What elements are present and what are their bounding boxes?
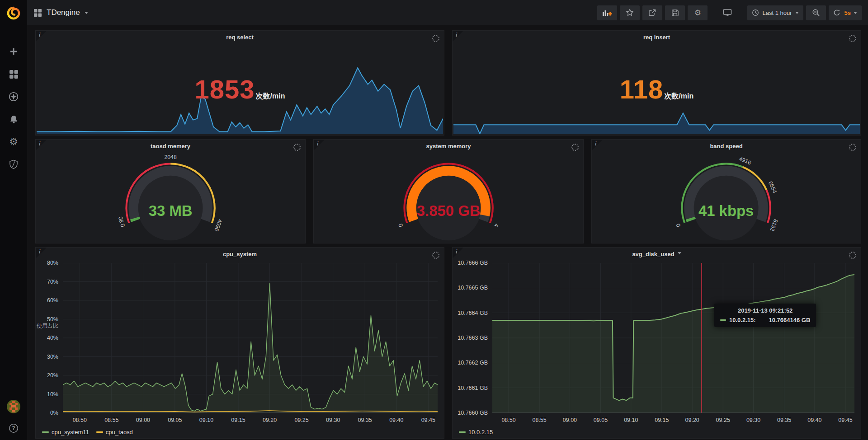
refresh-icon (833, 9, 840, 16)
y-tick-label: 10.7666 GB (458, 260, 488, 266)
avatar-icon (6, 399, 21, 414)
y-tick-label: 10.7662 GB (458, 360, 488, 366)
grafana-dashboard: ⚙ (0, 0, 868, 440)
x-tick-label: 09:10 (624, 417, 638, 423)
svg-text:4096: 4096 (213, 218, 223, 232)
x-tick-label: 08:50 (73, 417, 87, 423)
panel-req-insert: i req insert 118次数/min (452, 30, 861, 136)
zoom-out-icon (812, 9, 820, 17)
time-range-label: Last 1 hour (762, 9, 792, 16)
compass-icon (9, 92, 19, 102)
x-tick-label: 09:30 (326, 417, 340, 423)
x-tick-label: 08:55 (532, 417, 546, 423)
time-picker-button[interactable]: Last 1 hour (747, 5, 803, 20)
panel-title[interactable]: system memory (332, 140, 565, 152)
sidebar: ⚙ (0, 0, 27, 440)
x-tick-label: 09:20 (685, 417, 699, 423)
panel-info-corner[interactable] (453, 248, 463, 258)
legend-item[interactable]: cpu_system11 (42, 429, 89, 435)
chart-legend: 10.0.2.15 (459, 429, 493, 435)
sidebar-item-dashboards[interactable] (8, 69, 19, 80)
panel-title-text: avg_disk_used (632, 251, 674, 257)
chart-plot-area[interactable]: 2019-11-13 09:21:52 10.0.2.15: 10.766414… (492, 263, 854, 413)
chart-tooltip: 2019-11-13 09:21:52 10.0.2.15: 10.766414… (714, 304, 816, 327)
panel-info-corner[interactable] (36, 248, 47, 258)
cycle-view-button[interactable] (717, 5, 737, 20)
gauge: 049166554819241 kbps (592, 152, 861, 241)
svg-text:8192: 8192 (769, 218, 779, 232)
refresh-interval-label: 5s (844, 9, 851, 16)
refresh-button-group[interactable]: 5s (829, 5, 862, 20)
zoom-out-button[interactable] (806, 5, 826, 20)
chart-legend: cpu_system11cpu_taosd (42, 429, 133, 435)
gear-icon: ⚙ (9, 137, 18, 147)
panel-title[interactable]: cpu_system (54, 248, 426, 260)
panel-info-corner[interactable] (592, 140, 603, 150)
x-tick-label: 09:45 (838, 417, 852, 423)
add-panel-icon (602, 9, 612, 17)
y-tick-label: 10.7664 GB (458, 310, 488, 316)
svg-text:4916: 4916 (738, 155, 752, 166)
x-tick-label: 09:45 (421, 417, 435, 423)
svg-text:33 MB: 33 MB (149, 202, 193, 219)
y-axis-label: 使用占比 (37, 322, 58, 330)
sidebar-item-server-admin[interactable] (8, 159, 19, 170)
help-button[interactable]: ? (8, 423, 19, 434)
y-axis: 使用占比 80%70%60%50%40%30%20%10%0% (36, 263, 61, 413)
share-button[interactable] (642, 5, 662, 20)
y-tick-label: 10.7660 GB (458, 410, 488, 416)
y-tick-label: 60% (47, 297, 58, 304)
dashboard-title-button[interactable]: TDengine (33, 8, 88, 17)
panel-system-memory: i system memory 043.850 GB (313, 139, 584, 243)
star-button[interactable] (620, 5, 640, 20)
bell-icon (9, 115, 19, 124)
settings-button[interactable]: ⚙ (688, 5, 708, 20)
chart-plot-area[interactable] (63, 263, 438, 413)
panel-title[interactable]: req insert (471, 32, 843, 43)
sidebar-item-create[interactable] (8, 46, 19, 57)
legend-series-label: cpu_taosd (106, 429, 133, 435)
y-tick-label: 10.7661 GB (458, 385, 488, 391)
panel-info-corner[interactable] (36, 31, 47, 42)
panel-info-corner[interactable] (314, 140, 325, 150)
panel-cpu-system: i cpu_system 使用占比 80%70%60%50%40%30%20%1… (35, 247, 444, 439)
y-tick-label: 10% (47, 391, 58, 398)
loading-spinner-icon (432, 252, 439, 259)
chevron-down-icon (678, 252, 681, 256)
legend-item[interactable]: 10.0.2.15 (459, 429, 493, 435)
svg-text:4: 4 (493, 223, 500, 228)
x-tick-label: 09:40 (389, 417, 403, 423)
tooltip-series-name: 10.0.2.15: (729, 317, 756, 323)
legend-series-label: 10.0.2.15 (468, 429, 493, 435)
sidebar-item-configuration[interactable]: ⚙ (8, 136, 19, 147)
save-button[interactable] (665, 5, 685, 20)
panel-title[interactable]: band speed (610, 140, 843, 152)
svg-text:80: 80 (117, 216, 125, 224)
svg-text:0: 0 (119, 223, 127, 228)
legend-series-color (42, 431, 49, 433)
chevron-down-icon (85, 12, 88, 16)
add-panel-button[interactable] (597, 5, 617, 20)
user-avatar[interactable] (6, 399, 21, 414)
panel-title[interactable]: avg_disk_used (471, 248, 843, 260)
y-tick-label: 0% (50, 410, 58, 416)
x-tick-label: 09:35 (358, 417, 372, 423)
svg-text:6554: 6554 (767, 180, 778, 194)
star-icon (626, 9, 634, 17)
x-tick-label: 09:00 (563, 417, 577, 423)
loading-spinner-icon (849, 35, 856, 42)
legend-series-color (459, 431, 466, 433)
panel-title[interactable]: req select (54, 32, 426, 43)
sidebar-item-alerting[interactable] (8, 114, 19, 125)
shield-icon (9, 159, 18, 169)
loading-spinner-icon (432, 35, 439, 42)
sidebar-item-explore[interactable] (8, 91, 19, 102)
grafana-logo[interactable] (0, 0, 27, 25)
panel-info-corner[interactable] (453, 31, 463, 42)
panel-title[interactable]: taosd memery (54, 140, 287, 152)
legend-item[interactable]: cpu_taosd (96, 429, 133, 435)
loading-spinner-icon (849, 144, 856, 151)
panel-info-corner[interactable] (36, 140, 47, 150)
x-tick-label: 09:25 (294, 417, 308, 423)
navbar-actions: ⚙ Last 1 hour (594, 5, 862, 20)
